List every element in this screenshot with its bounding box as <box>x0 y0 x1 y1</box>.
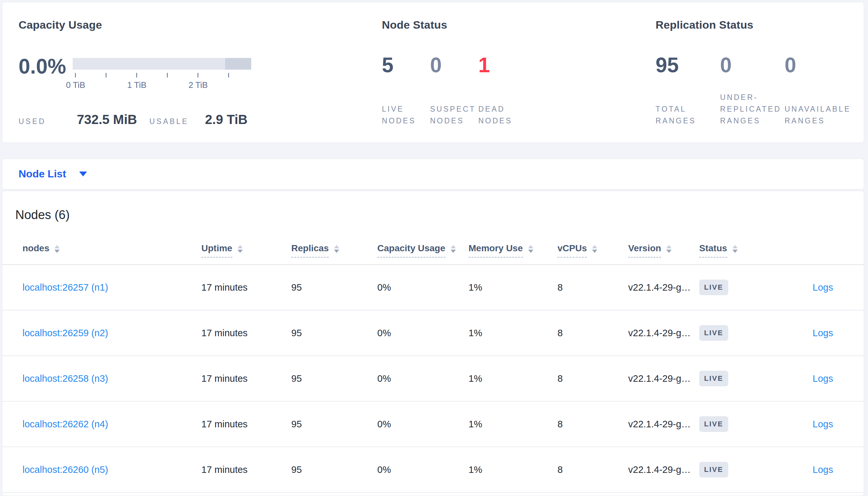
sort-icon[interactable] <box>528 245 533 253</box>
uptime-cell: 17 minutes <box>201 464 291 475</box>
sort-icon[interactable] <box>451 245 456 253</box>
node-link[interactable]: localhost:26262 (n4) <box>23 419 108 429</box>
table-row: localhost:26258 (n3) 17 minutes 95 0% 1%… <box>2 356 864 402</box>
column-header-capacity-usage[interactable]: Capacity Usage <box>377 243 468 258</box>
logs-link[interactable]: Logs <box>813 464 833 475</box>
capacity-used-usable-row: USED 732.5 MiB USABLE 2.9 TiB <box>18 112 248 127</box>
column-header-nodes[interactable]: nodes <box>23 243 201 258</box>
version-cell: v22.1.4-29-g… <box>628 373 699 384</box>
stat-unavailable-ranges: 0 UNAVAILABLE RANGES <box>784 55 849 127</box>
stat-under-replicated-ranges: 0 UNDER-REPLICATED RANGES <box>720 55 784 127</box>
view-selector-dropdown[interactable]: Node List <box>2 158 864 189</box>
sort-icon[interactable] <box>238 245 243 253</box>
dead-nodes-label: DEAD NODES <box>478 103 525 127</box>
sort-icon[interactable] <box>334 245 339 253</box>
table-row: localhost:26262 (n4) 17 minutes 95 0% 1%… <box>2 402 864 447</box>
stat-dead-nodes: 1 DEAD NODES <box>478 55 526 127</box>
vcpus-cell: 8 <box>557 419 628 430</box>
status-badge: LIVE <box>699 371 728 386</box>
axis-tick-label: 2 TiB <box>188 80 208 90</box>
view-selector-label[interactable]: Node List <box>18 168 66 180</box>
memory-use-cell: 1% <box>468 419 557 430</box>
suspect-nodes-label: SUSPECT NODES <box>430 103 476 127</box>
suspect-nodes-value: 0 <box>430 55 478 76</box>
version-cell: v22.1.4-29-g… <box>628 464 699 475</box>
sort-icon[interactable] <box>592 245 597 253</box>
capacity-usage-cell: 0% <box>377 373 468 384</box>
stat-live-nodes: 5 LIVE NODES <box>382 55 430 127</box>
replication-status-stats: 95 TOTAL RANGES 0 UNDER-REPLICATED RANGE… <box>656 55 849 127</box>
sort-icon[interactable] <box>55 245 60 253</box>
table-row: localhost:26260 (n5) 17 minutes 95 0% 1%… <box>2 447 864 493</box>
used-value: 732.5 MiB <box>77 112 137 127</box>
caret-down-icon <box>79 171 87 176</box>
capacity-bar-reserved-segment <box>225 58 251 69</box>
capacity-usage-cell: 0% <box>377 464 468 475</box>
column-header-status[interactable]: Status <box>699 243 810 258</box>
capacity-usage-summary: Capacity Usage 0.0% 0 TiB 1 TiB 2 TiB US… <box>18 18 273 133</box>
memory-use-cell: 1% <box>468 282 557 293</box>
column-header-replicas[interactable]: Replicas <box>291 243 377 258</box>
axis-tick <box>167 73 168 77</box>
table-row: localhost:26257 (n1) 17 minutes 95 0% 1%… <box>2 265 864 310</box>
logs-link[interactable]: Logs <box>813 373 833 384</box>
logs-link[interactable]: Logs <box>813 328 833 338</box>
table-header-row: nodes Uptime Replicas Capacity Usage Mem… <box>2 222 864 265</box>
status-badge: LIVE <box>699 325 728 341</box>
axis-tick <box>106 73 107 77</box>
node-status-stats: 5 LIVE NODES 0 SUSPECT NODES 1 DEAD NODE… <box>382 55 526 127</box>
capacity-percent-value: 0.0% <box>18 55 66 78</box>
dead-nodes-value: 1 <box>478 55 526 76</box>
column-header-version[interactable]: Version <box>628 243 699 258</box>
usable-label: USABLE <box>149 117 189 126</box>
uptime-cell: 17 minutes <box>201 419 291 430</box>
cluster-summary-panel: Capacity Usage 0.0% 0 TiB 1 TiB 2 TiB US… <box>2 2 864 143</box>
under-replicated-ranges-value: 0 <box>720 55 784 76</box>
unavailable-ranges-label: UNAVAILABLE RANGES <box>784 103 849 127</box>
node-link[interactable]: localhost:26258 (n3) <box>23 373 108 384</box>
replication-status-summary: Replication Status 95 TOTAL RANGES 0 UND… <box>656 18 849 127</box>
replicas-cell: 95 <box>291 373 377 384</box>
vcpus-cell: 8 <box>557 282 628 293</box>
node-status-title: Node Status <box>382 18 526 31</box>
column-header-memory-use[interactable]: Memory Use <box>468 243 557 258</box>
nodes-table-panel: Nodes (6) nodes Uptime Replicas Capacity… <box>2 191 864 496</box>
node-status-summary: Node Status 5 LIVE NODES 0 SUSPECT NODES… <box>382 18 526 127</box>
uptime-cell: 17 minutes <box>201 282 291 293</box>
logs-link[interactable]: Logs <box>813 282 833 293</box>
uptime-cell: 17 minutes <box>201 328 291 339</box>
replicas-cell: 95 <box>291 464 377 475</box>
status-badge: LIVE <box>699 416 728 432</box>
nodes-section-title: Nodes (6) <box>15 208 864 222</box>
sort-icon[interactable] <box>666 245 672 253</box>
column-header-uptime[interactable]: Uptime <box>201 243 291 258</box>
memory-use-cell: 1% <box>468 373 557 384</box>
capacity-usage-title: Capacity Usage <box>18 18 273 31</box>
node-link[interactable]: localhost:26257 (n1) <box>23 282 108 293</box>
status-badge: LIVE <box>699 462 728 478</box>
table-row: localhost:26259 (n2) 17 minutes 95 0% 1%… <box>2 310 864 356</box>
vcpus-cell: 8 <box>557 373 628 384</box>
sort-icon[interactable] <box>732 245 738 253</box>
vcpus-cell: 8 <box>557 464 628 475</box>
status-badge: LIVE <box>699 280 728 295</box>
replicas-cell: 95 <box>291 328 377 339</box>
memory-use-cell: 1% <box>468 464 557 475</box>
replication-status-title: Replication Status <box>656 18 849 31</box>
live-nodes-value: 5 <box>382 55 430 76</box>
axis-tick-label: 1 TiB <box>127 80 146 90</box>
version-cell: v22.1.4-29-g… <box>628 282 699 293</box>
total-ranges-label: TOTAL RANGES <box>656 103 719 127</box>
replicas-cell: 95 <box>291 282 377 293</box>
usable-value: 2.9 TiB <box>205 112 247 127</box>
capacity-bar-chart: 0 TiB 1 TiB 2 TiB <box>73 58 251 104</box>
axis-tick <box>228 73 229 77</box>
logs-link[interactable]: Logs <box>813 419 833 429</box>
capacity-bar-track <box>73 58 251 69</box>
axis-tick-label: 0 TiB <box>66 80 85 90</box>
node-link[interactable]: localhost:26259 (n2) <box>23 328 108 338</box>
node-link[interactable]: localhost:26260 (n5) <box>23 464 108 475</box>
column-header-vcpus[interactable]: vCPUs <box>557 243 628 258</box>
axis-tick <box>136 73 137 77</box>
table-body: localhost:26257 (n1) 17 minutes 95 0% 1%… <box>2 265 864 493</box>
